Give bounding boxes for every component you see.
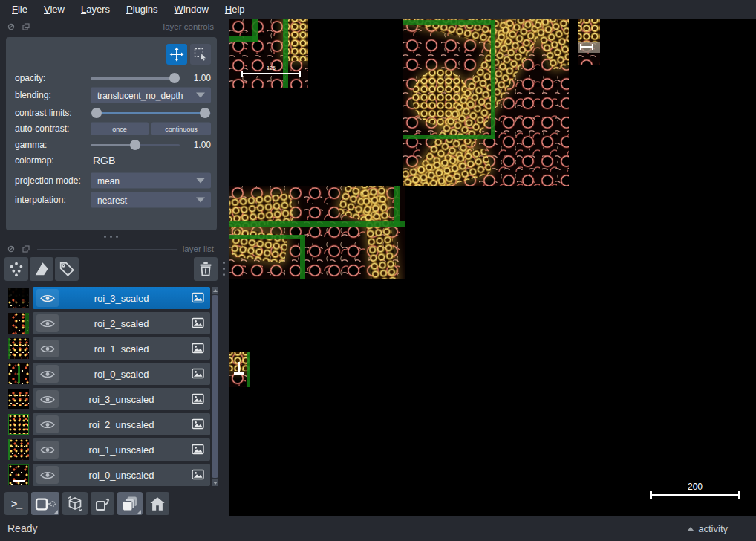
opacity-slider[interactable]	[91, 73, 180, 83]
layer-row[interactable]: roi_2_unscaled	[0, 413, 229, 435]
blending-value: translucent_no_depth	[91, 90, 196, 100]
image-layer-icon	[192, 368, 204, 379]
roi-outline-green	[491, 20, 495, 139]
projection-mode-value: mean	[91, 175, 196, 186]
transpose-icon	[94, 495, 111, 513]
gamma-value: 1.00	[194, 140, 211, 150]
colormap-value: RGB	[93, 155, 115, 166]
roi-outline-green	[394, 186, 400, 227]
roi-outline-green	[252, 19, 258, 42]
scroll-up-button[interactable]	[212, 287, 218, 294]
projection-mode-dropdown[interactable]: mean	[91, 173, 211, 189]
ndisplay-toggle-button[interactable]	[31, 492, 59, 515]
vascular-tissue	[578, 19, 600, 43]
layer-thumbnail	[8, 389, 29, 409]
layer-name: roi_3_scaled	[33, 293, 210, 304]
roi-outline-green	[283, 19, 288, 88]
chevron-down-icon	[196, 198, 205, 203]
transpose-dimensions-button[interactable]	[91, 492, 114, 515]
delete-layer-button[interactable]	[194, 257, 218, 281]
home-reset-view-button[interactable]	[146, 492, 169, 515]
layer-row[interactable]: roi_0_unscaled	[0, 464, 229, 486]
scale-bar	[650, 494, 740, 496]
status-message: Ready	[7, 522, 37, 534]
roll-dimensions-button[interactable]	[62, 492, 88, 515]
chevron-down-icon	[196, 178, 205, 184]
vascular-tissue	[533, 19, 569, 71]
points-icon	[8, 261, 25, 277]
interpolation-dropdown[interactable]: nearest	[91, 192, 211, 208]
float-panel-icon[interactable]	[7, 23, 15, 30]
layer-name: roi_3_unscaled	[33, 394, 210, 405]
roi-image-tile	[403, 19, 569, 186]
grid-mode-button[interactable]	[117, 492, 143, 515]
layer-row[interactable]: roi_2_scaled	[0, 312, 229, 334]
panel-title: layer controls	[163, 22, 229, 31]
dock-drag-handle[interactable]	[223, 262, 225, 276]
activity-button[interactable]: activity	[687, 523, 728, 534]
new-labels-layer-button[interactable]	[55, 257, 79, 281]
auto-contrast-continuous-button[interactable]: continuous	[151, 123, 211, 135]
image-layer-icon	[192, 292, 204, 303]
contrast-limits-slider[interactable]	[91, 108, 211, 118]
layer-name: roi_2_scaled	[33, 318, 210, 329]
layer-list-header: layer list	[0, 243, 229, 255]
pan-zoom-mode-button[interactable]	[166, 44, 187, 65]
menu-file[interactable]: File	[4, 1, 35, 17]
tile-scalebar-label: 125	[241, 65, 301, 71]
console-button[interactable]: >_	[4, 492, 28, 515]
scrollbar-thumb[interactable]	[212, 295, 218, 478]
hide-panel-icon[interactable]	[22, 245, 30, 253]
opacity-row: opacity: 1.00	[6, 71, 217, 85]
new-points-layer-button[interactable]	[4, 257, 28, 281]
layer-row[interactable]: roi_1_unscaled	[0, 438, 229, 461]
header-divider	[37, 249, 177, 250]
layer-controls-panel: opacity: 1.00 blending: translucent_no_d…	[6, 37, 217, 230]
roi-outline-green	[300, 235, 305, 279]
gamma-row: gamma: 1.00	[6, 137, 217, 152]
blending-dropdown[interactable]: translucent_no_depth	[91, 88, 211, 103]
scale-bar-label: 200	[650, 482, 740, 492]
roi-image-tile: 125	[229, 19, 308, 88]
napari-window: File View Layers Plugins Window Help lay…	[0, 0, 756, 541]
header-divider	[37, 27, 157, 27]
float-panel-icon[interactable]	[7, 245, 15, 253]
tile-scalebar	[580, 46, 593, 48]
auto-contrast-once-button[interactable]: once	[91, 123, 149, 135]
layer-row[interactable]: roi_1_scaled	[0, 337, 229, 360]
gamma-slider[interactable]	[91, 140, 180, 150]
layer-row[interactable]: roi_0_scaled	[0, 363, 229, 385]
image-layer-icon	[192, 444, 204, 455]
viewer-canvas[interactable]: 125	[229, 19, 756, 516]
image-layer-icon	[192, 393, 204, 404]
transform-mode-button[interactable]	[190, 44, 211, 65]
interpolation-row: interpolation: nearest	[6, 192, 217, 207]
scroll-down-button[interactable]	[212, 479, 218, 486]
blending-label: blending:	[15, 90, 51, 100]
roi-outline-green	[403, 135, 495, 139]
layer-name: roi_0_scaled	[33, 369, 210, 380]
roi-image-tile	[229, 186, 405, 279]
ndisplay-2d3d-icon	[34, 496, 56, 512]
layer-thumbnail	[8, 338, 29, 359]
panel-resize-handle[interactable]	[104, 236, 122, 238]
labels-tag-icon	[59, 261, 75, 277]
opacity-value: 1.00	[194, 73, 211, 83]
menu-window[interactable]: Window	[167, 1, 216, 17]
menu-layers[interactable]: Layers	[74, 1, 117, 17]
new-shapes-layer-button[interactable]	[30, 257, 53, 281]
layer-row[interactable]: roi_3_unscaled	[0, 388, 229, 410]
menu-help[interactable]: Help	[218, 1, 252, 17]
tile-scalebar	[241, 73, 301, 74]
layer-thumbnail	[8, 414, 29, 435]
tile-scalebar	[234, 372, 244, 375]
contrast-limits-row: contrast limits:	[6, 106, 217, 120]
colormap-row: colormap: RGB	[6, 153, 217, 168]
image-layer-icon	[192, 418, 204, 430]
auto-contrast-row: auto-contrast: once continuous	[6, 121, 217, 136]
layer-row[interactable]: roi_3_scaled	[0, 287, 229, 309]
menu-view[interactable]: View	[36, 1, 72, 17]
menu-plugins[interactable]: Plugins	[119, 1, 166, 17]
layer-controls-header: layer controls	[0, 21, 229, 33]
hide-panel-icon[interactable]	[22, 23, 30, 30]
